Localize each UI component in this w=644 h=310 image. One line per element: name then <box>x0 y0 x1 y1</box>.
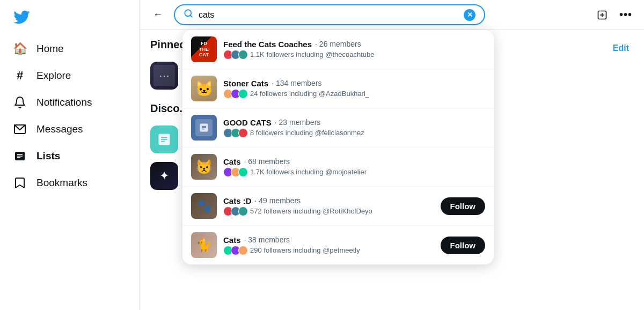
list-info-cats2: Cats · 38 members 290 followers includin… <box>223 235 434 255</box>
clear-search-button[interactable]: ✕ <box>464 9 475 21</box>
follower-avatars <box>223 128 246 138</box>
more-options-button[interactable]: ••• <box>616 5 635 25</box>
members-count: · 49 members <box>255 196 301 205</box>
followers-info: 1.1K followers including @thecoachtube <box>223 50 485 60</box>
svg-line-6 <box>190 15 192 17</box>
search-dropdown: FDTHECAT Feed the Cats Coaches · 26 memb… <box>182 30 494 264</box>
sidebar-item-label: Bookmarks <box>36 177 87 189</box>
back-button[interactable]: ← <box>148 5 167 25</box>
members-count: · 26 members <box>315 40 361 48</box>
close-icon: ✕ <box>467 11 473 19</box>
sidebar-item-bookmarks[interactable]: Bookmarks <box>6 171 133 195</box>
bell-icon <box>13 95 27 109</box>
follower-avatars <box>223 50 246 60</box>
follower-avatar <box>238 167 248 177</box>
mail-icon <box>13 122 27 136</box>
sidebar-item-notifications[interactable]: Notifications <box>6 90 133 115</box>
follower-avatar <box>238 128 248 138</box>
followers-info: 8 followers including @feliciasonmez <box>223 128 485 138</box>
sidebar-item-label: Notifications <box>36 97 92 108</box>
list-name: Cats :D · 49 members <box>223 196 434 205</box>
sidebar-item-explore[interactable]: # Explore <box>6 63 133 88</box>
search-input[interactable] <box>199 10 458 20</box>
list-info-feed-cats: Feed the Cats Coaches · 26 members 1.1K … <box>223 40 485 60</box>
list-info-stoner-cats: Stoner Cats · 134 members 24 followers i… <box>223 79 485 99</box>
follower-avatars <box>223 89 246 99</box>
list-avatar-cats: 😾 <box>191 154 217 180</box>
sidebar-item-lists[interactable]: Lists <box>6 144 133 168</box>
pinned-section-title: Pinned <box>150 39 186 51</box>
sidebar-item-label: Messages <box>36 123 83 135</box>
follower-avatars <box>223 167 246 177</box>
dropdown-item-cats[interactable]: 😾 Cats · 68 members 1.7K followers inclu… <box>182 147 494 187</box>
list-avatar-feed-cats: FDTHECAT <box>191 36 217 62</box>
list-thumbnail-space: ✦ <box>150 162 178 190</box>
dropdown-item-cats-d[interactable]: 🐾 Cats :D · 49 members <box>182 187 494 226</box>
follower-avatar <box>238 50 248 60</box>
dropdown-item-stoner-cats[interactable]: 🐱 Stoner Cats · 134 members 24 followers <box>182 69 494 108</box>
list-name: Stoner Cats · 134 members <box>223 79 485 88</box>
followers-info: 1.7K followers including @mojoatelier <box>223 167 485 177</box>
list-avatar-stoner-cats: 🐱 <box>191 76 217 101</box>
follower-avatar <box>238 206 248 216</box>
follow-button-cats-d[interactable]: Follow <box>441 197 486 215</box>
follower-avatars <box>223 206 246 216</box>
list-thumbnail: ⋯ <box>150 62 178 90</box>
list-avatar-good-cats <box>191 115 217 141</box>
dropdown-item-cats2[interactable]: 🐈 Cats · 38 members <box>182 226 494 264</box>
sidebar-item-label: Explore <box>36 70 71 82</box>
members-count: · 68 members <box>244 157 290 166</box>
followers-info: 290 followers including @petmeetly <box>223 246 434 255</box>
home-icon: 🏠 <box>13 42 27 56</box>
explore-icon: # <box>13 69 27 83</box>
list-name: Feed the Cats Coaches · 26 members <box>223 40 485 49</box>
lists-icon <box>13 149 27 163</box>
main-area: ← ✕ ••• <box>140 0 644 310</box>
list-info-good-cats: GOOD CATS · 23 members 8 followers inclu… <box>223 118 485 138</box>
edit-button[interactable]: Edit <box>609 41 633 55</box>
follower-avatar <box>238 89 248 99</box>
follower-avatars <box>223 246 246 255</box>
list-info-cats-d: Cats :D · 49 members 572 followers inclu… <box>223 196 434 216</box>
twitter-logo[interactable] <box>6 4 133 32</box>
list-avatar-cats-d: 🐾 <box>191 193 217 219</box>
list-avatar-cats2: 🐈 <box>191 232 217 258</box>
search-icon <box>184 9 193 21</box>
members-count: · 134 members <box>272 79 321 87</box>
list-thumbnail <box>150 126 178 153</box>
list-name: Cats · 38 members <box>223 235 434 245</box>
dropdown-item-good-cats[interactable]: GOOD CATS · 23 members 8 followers inclu… <box>182 108 494 147</box>
more-icon: ••• <box>619 9 632 21</box>
followers-info: 572 followers including @RotiKholDeyo <box>223 206 434 216</box>
list-name: GOOD CATS · 23 members <box>223 118 485 127</box>
follower-avatar <box>238 246 248 255</box>
topbar: ← ✕ ••• <box>140 0 644 30</box>
search-bar: ✕ <box>174 4 485 25</box>
content-area: Pinned Edit ⋯ cute kitties Disco... <box>140 30 644 310</box>
list-name: Cats · 68 members <box>223 157 485 166</box>
follow-button-cats2[interactable]: Follow <box>441 237 486 254</box>
sidebar-item-messages[interactable]: Messages <box>6 117 133 142</box>
sidebar-item-home[interactable]: 🏠 Home <box>6 36 133 61</box>
members-count: · 23 members <box>275 118 321 127</box>
sidebar-item-label: Home <box>36 43 64 55</box>
members-count: · 38 members <box>244 235 290 244</box>
bookmark-icon <box>13 176 27 190</box>
topbar-right: ••• <box>592 5 635 25</box>
sidebar: 🏠 Home # Explore Notifications Messages <box>0 0 140 310</box>
followers-info: 24 followers including @AzadBukhari_ <box>223 89 485 99</box>
sidebar-item-label: Lists <box>36 150 60 162</box>
dropdown-item-feed-cats[interactable]: FDTHECAT Feed the Cats Coaches · 26 memb… <box>182 30 494 69</box>
new-list-button[interactable] <box>592 5 612 25</box>
list-info-cats: Cats · 68 members 1.7K followers includi… <box>223 157 485 177</box>
